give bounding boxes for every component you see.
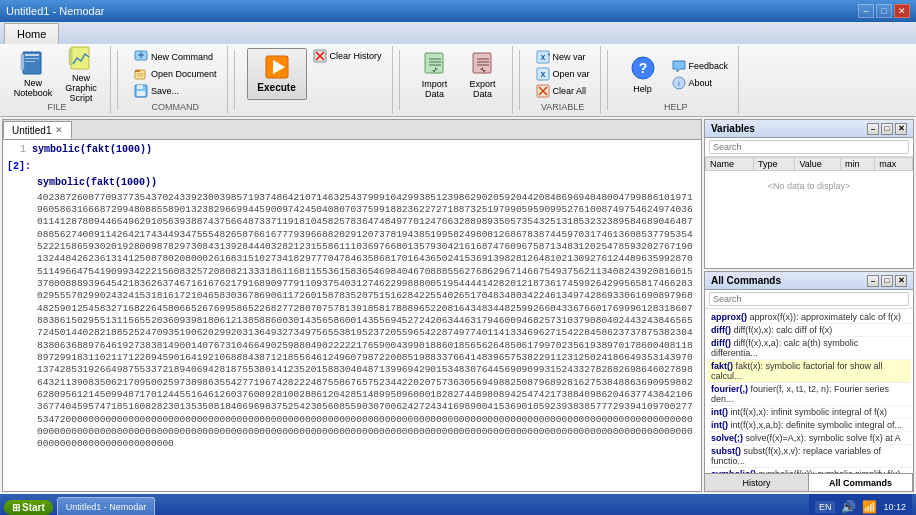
variables-close-btn[interactable]: ✕ — [895, 123, 907, 135]
feedback-label: Feedback — [689, 61, 729, 71]
command-item[interactable]: solve(;) solve(f(x)=A,x): symbolic solve… — [707, 432, 911, 445]
new-graphic-script-button[interactable]: New GraphicScript — [58, 48, 104, 100]
all-commands-tab[interactable]: All Commands — [809, 474, 913, 491]
command-item[interactable]: diff() diff(f(x),x): calc diff of f(x) — [707, 324, 911, 337]
doc-tab-untitled1[interactable]: Untitled1 ✕ — [3, 121, 72, 139]
open-var-icon: x — [536, 67, 550, 81]
execute-icon — [265, 55, 289, 79]
import-data-button[interactable]: ImportData — [412, 48, 458, 100]
close-button[interactable]: ✕ — [894, 4, 910, 18]
var-col-type: Type — [753, 158, 794, 171]
taskbar: ⊞ Start Untitled1 - Nemodar EN 🔊 📶 10:12 — [0, 494, 916, 515]
var-search-input[interactable] — [709, 140, 909, 154]
help-col: Feedback i About — [668, 48, 733, 100]
titlebar-title: Untitled1 - Nemodar — [6, 5, 104, 17]
save-label: Save... — [151, 86, 179, 96]
taskbar-window-label: Untitled1 - Nemodar — [66, 502, 147, 512]
new-var-icon: x+ — [536, 50, 550, 64]
variables-detach-btn[interactable]: □ — [881, 123, 893, 135]
svg-text:?: ? — [638, 60, 647, 76]
new-command-button[interactable]: New Command — [130, 49, 221, 65]
commands-close-btn[interactable]: ✕ — [895, 275, 907, 287]
import-icon — [421, 49, 449, 77]
save-button[interactable]: Save... — [130, 83, 221, 99]
new-var-label: New var — [553, 52, 586, 62]
new-notebook-button[interactable]: NewNotebook — [10, 48, 56, 100]
command-item[interactable]: diff() diff(f(x),x,a): calc a(th) symbol… — [707, 337, 911, 360]
cmd-desc: approx(f(x)): approximately calc of f(x) — [750, 312, 902, 322]
command-item[interactable]: int() int(f(x),x,a,b): definite symbolic… — [707, 419, 911, 432]
cmd-name: diff() — [711, 338, 731, 348]
code-editor[interactable]: 1 symbolic(fakt(1000)) [2]: symbolic(fak… — [3, 140, 701, 491]
help-button[interactable]: ? Help — [620, 48, 666, 100]
file-group-label: FILE — [47, 102, 66, 112]
svg-rect-14 — [137, 91, 145, 96]
separator-3 — [399, 50, 400, 110]
titlebar: Untitled1 - Nemodar – □ ✕ — [0, 0, 916, 22]
open-document-button[interactable]: Open Document — [130, 66, 221, 82]
right-panel: Variables – □ ✕ Name Type Value min — [704, 119, 914, 492]
taskbar-right: EN 🔊 📶 10:12 — [809, 494, 912, 515]
doc-tab-close[interactable]: ✕ — [55, 125, 63, 135]
clear-history-button[interactable]: Clear History — [309, 48, 386, 64]
cmd-search-input[interactable] — [709, 292, 909, 306]
cmd-name: int() — [711, 420, 728, 430]
svg-rect-5 — [71, 47, 89, 69]
open-document-label: Open Document — [151, 69, 217, 79]
new-command-label: New Command — [151, 52, 213, 62]
new-graphic-script-label: New GraphicScript — [61, 74, 101, 104]
about-icon: i — [672, 76, 686, 90]
cmd-search — [705, 290, 913, 309]
cmd-desc: int(f(x),x,a,b): definite symbolic integ… — [731, 420, 903, 430]
command-item[interactable]: subst() subst(f(x),x,v): replace variabl… — [707, 445, 911, 468]
history-tab[interactable]: History — [705, 474, 809, 491]
taskbar-clock: 10:12 — [883, 502, 906, 512]
new-notebook-label: NewNotebook — [14, 79, 53, 99]
variables-minimize-btn[interactable]: – — [867, 123, 879, 135]
command-item[interactable]: int() int(f(x),x): infinit symbolic inte… — [707, 406, 911, 419]
export-icon — [469, 49, 497, 77]
commands-detach-btn[interactable]: □ — [881, 275, 893, 287]
new-var-button[interactable]: x+ New var — [532, 49, 594, 65]
ribbon-group-data: ImportData ExportData — [406, 46, 513, 114]
ribbon-tab-home[interactable]: Home — [4, 23, 59, 44]
clear-all-button[interactable]: Clear All — [532, 83, 594, 99]
maximize-button[interactable]: □ — [876, 4, 892, 18]
about-button[interactable]: i About — [668, 75, 733, 91]
commands-minimize-btn[interactable]: – — [867, 275, 879, 287]
variable-group-items: x+ New var x Open var Clea — [532, 48, 594, 100]
svg-rect-2 — [25, 58, 39, 59]
svg-rect-4 — [21, 54, 24, 70]
variables-panel: Variables – □ ✕ Name Type Value min — [704, 119, 914, 269]
command-item[interactable]: approx() approx(f(x)): approximately cal… — [707, 311, 911, 324]
cmd-desc: int(f(x),x): infinit symbolic integral o… — [731, 407, 888, 417]
about-label: About — [689, 78, 713, 88]
open-var-button[interactable]: x Open var — [532, 66, 594, 82]
code-output: symbolic(fakt(1000)) 4023872600770937735… — [7, 174, 697, 453]
cmd-desc: fakt(x): symbolic factorial for show all… — [711, 361, 883, 381]
variables-panel-title: Variables — [711, 123, 755, 134]
minimize-button[interactable]: – — [858, 4, 874, 18]
command-item[interactable]: fourier(,) fourier(f, x, t1, t2, n): Fou… — [707, 383, 911, 406]
var-search — [705, 138, 913, 157]
cmd-name: fourier(,) — [711, 384, 748, 394]
taskbar-window-item[interactable]: Untitled1 - Nemodar — [57, 497, 156, 515]
var-col: x+ New var x Open var Clea — [532, 48, 594, 100]
svg-rect-6 — [69, 49, 72, 65]
import-label: ImportData — [422, 79, 448, 99]
execute-button[interactable]: Execute — [247, 48, 307, 100]
open-var-label: Open var — [553, 69, 590, 79]
code-content-1[interactable]: symbolic(fakt(1000)) — [32, 144, 697, 157]
svg-text:x: x — [540, 52, 545, 62]
separator-5 — [607, 50, 608, 110]
svg-text:i: i — [678, 79, 680, 88]
feedback-button[interactable]: Feedback — [668, 58, 733, 74]
export-data-button[interactable]: ExportData — [460, 48, 506, 100]
windows-logo: ⊞ — [12, 502, 20, 513]
sound-icon: 🔊 — [841, 500, 856, 514]
commands-panel-tabs: History All Commands — [705, 473, 913, 491]
start-button[interactable]: ⊞ Start — [4, 500, 53, 515]
ribbon-content: NewNotebook New GraphicScript FILE — [0, 44, 916, 116]
cmd-name: solve(;) — [711, 433, 743, 443]
command-item[interactable]: fakt() fakt(x): symbolic factorial for s… — [707, 360, 911, 383]
